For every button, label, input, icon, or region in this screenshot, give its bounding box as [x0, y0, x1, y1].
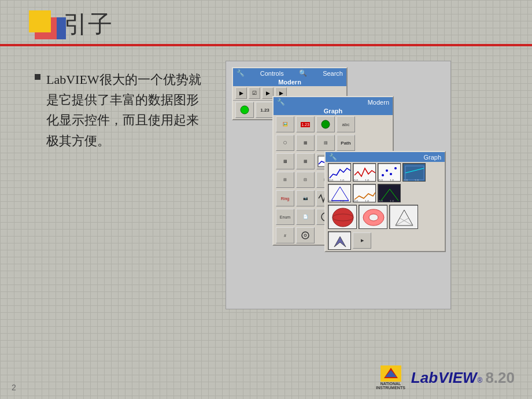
chart-3d-wireframe [389, 205, 418, 229]
lv-icon-svg [380, 365, 401, 382]
icon-file: 📄 [296, 209, 315, 225]
chart-3d-2: 0.0 1.0 [353, 184, 376, 202]
toolbar-icon-2[interactable]: ☑ [249, 87, 260, 99]
screenshot-area: 🔧 Controls 🔍 Search Modern ▶ ☑ ▶ ▶ [226, 61, 509, 364]
view-text: VIEW [438, 369, 476, 387]
icon-arr1: ⬡ [276, 135, 294, 151]
svg-point-46 [369, 214, 378, 221]
bullet-item: LabVIEW很大的一个优势就是它提供了丰富的数据图形化显示控件，而且使用起来极… [35, 69, 208, 151]
chart-scatter-1: 0.0 1.0 [378, 163, 401, 182]
icon-camera: 📷 [296, 190, 315, 206]
modern-row-path: ⬡ ▦ ▤ Path [274, 134, 393, 152]
chart-3d-torus [359, 205, 387, 229]
svg-point-19 [390, 173, 392, 175]
svg-text:1.0: 1.0 [340, 200, 344, 202]
modern-label: Modern [368, 99, 389, 106]
svg-point-9 [304, 234, 306, 237]
icon-ring2 [296, 227, 315, 243]
slide: 引子 LabVIEW很大的一个优势就是它提供了丰富的数据图形化显示控件，而且使用… [0, 0, 532, 399]
bullet-text: LabVIEW很大的一个优势就是它提供了丰富的数据图形化显示控件，而且使用起来极… [46, 69, 208, 151]
controls-icon: 🔧 [237, 69, 245, 77]
icon-num-display: 1.23 [256, 102, 274, 118]
chart-waveform-2: 0.0 1.0 [353, 163, 376, 182]
search-label: Search [323, 70, 343, 77]
ni-logo-container: NATIONALINSTRUMENTS [376, 365, 405, 390]
chart-waterfall-1: 0.0 1.0 [402, 163, 426, 182]
graph-label: Graph [423, 154, 441, 161]
svg-text:1.0: 1.0 [390, 179, 394, 182]
modern-section-label: Modern [233, 78, 346, 86]
svg-text:1.0: 1.0 [415, 179, 419, 182]
modern-titlebar: 🔧 Modern [274, 97, 393, 107]
slide-number: 2 [12, 383, 16, 392]
svg-text:1.0: 1.0 [365, 179, 369, 182]
icon-arrow-right: ▶ [353, 232, 371, 249]
chart-special [328, 231, 351, 250]
svg-text:0.0: 0.0 [379, 200, 383, 202]
icon-green-led [235, 102, 254, 118]
svg-point-18 [386, 169, 388, 172]
chart-waveform-1: 0.0 1.0 [328, 163, 351, 182]
content-area: LabVIEW很大的一个优势就是它提供了丰富的数据图形化显示控件，而且使用起来极… [35, 58, 509, 364]
registered-mark: ® [478, 376, 483, 385]
yellow-square [29, 10, 51, 32]
graph-section-label: Graph [274, 107, 393, 115]
chart-3d-3: 0.0 1.0 [378, 184, 401, 202]
svg-point-20 [394, 167, 397, 169]
icon-knob-green [316, 116, 335, 132]
svg-text:1.0: 1.0 [365, 200, 369, 202]
accent-line [0, 44, 532, 46]
svg-point-42 [332, 208, 353, 227]
modern-row-1: 🖼️ 1.23 abc [274, 115, 393, 134]
graph-titlebar: 🔧 Graph [326, 152, 445, 162]
svg-text:0.0: 0.0 [354, 179, 358, 182]
icon-num-123: 1.23 [296, 116, 315, 132]
labview-logo: NATIONALINSTRUMENTS Lab VIEW ® 8.20 [376, 365, 515, 390]
bullet-marker [35, 74, 40, 80]
labview-brand-text: Lab VIEW ® 8.20 [411, 369, 515, 387]
controls-titlebar: 🔧 Controls 🔍 Search [233, 68, 346, 78]
svg-text:0.0: 0.0 [354, 200, 358, 202]
icon-arr3: ▤ [316, 135, 335, 151]
icon-path-label: Path [337, 135, 355, 151]
svg-text:0.0: 0.0 [329, 179, 333, 182]
icon-grid2: ⊟ [296, 172, 315, 188]
svg-point-8 [302, 232, 309, 239]
graph-row-4: ▶ [326, 230, 445, 251]
text-content: LabVIEW很大的一个优势就是它提供了丰富的数据图形化显示控件，而且使用起来极… [35, 58, 208, 364]
svg-point-2 [322, 120, 330, 128]
search-icon: 🔍 [299, 69, 307, 77]
screenshot-container: 🔧 Controls 🔍 Search Modern ▶ ☑ ▶ ▶ [226, 61, 451, 309]
graph-row-1: 0.0 1.0 0.0 1.0 [326, 162, 445, 183]
icon-text-abc: abc [337, 116, 355, 132]
icon-grid1: ⊞ [276, 172, 294, 188]
icon-arr2: ▦ [296, 135, 315, 151]
svg-point-0 [241, 106, 249, 114]
icon-hash: # [276, 227, 294, 243]
chart-3d-1: 0.0 1.0 [328, 184, 351, 202]
modern-icon: 🔧 [277, 98, 285, 106]
ni-text: NATIONALINSTRUMENTS [376, 382, 405, 390]
icon-list1: ▩ [276, 153, 294, 169]
toolbar-icon-1[interactable]: ▶ [235, 87, 247, 99]
panel-graph: 🔧 Graph 0.0 1.0 [324, 151, 446, 252]
svg-text:1.0: 1.0 [390, 200, 394, 202]
icon-ring: Ring [276, 190, 294, 206]
svg-text:0.0: 0.0 [404, 179, 408, 182]
lab-text: Lab [411, 369, 438, 387]
svg-point-17 [382, 174, 384, 176]
icon-picture: 🖼️ [276, 116, 294, 132]
slide-title: 引子 [64, 8, 112, 40]
lv-icon [380, 365, 401, 382]
graph-row-3 [326, 204, 445, 230]
svg-text:1.0: 1.0 [340, 179, 344, 182]
icon-list2: ▦ [296, 153, 315, 169]
chart-3d-sphere [328, 205, 357, 229]
svg-text:0.0: 0.0 [329, 200, 333, 202]
toolbar-icon-3[interactable]: ▶ [262, 87, 274, 99]
version-text: 8.20 [485, 369, 515, 387]
graph-icon: 🔧 [329, 153, 337, 161]
icon-enum: Enum [276, 209, 294, 225]
controls-label: Controls [260, 70, 284, 77]
svg-text:0.0: 0.0 [379, 179, 383, 182]
